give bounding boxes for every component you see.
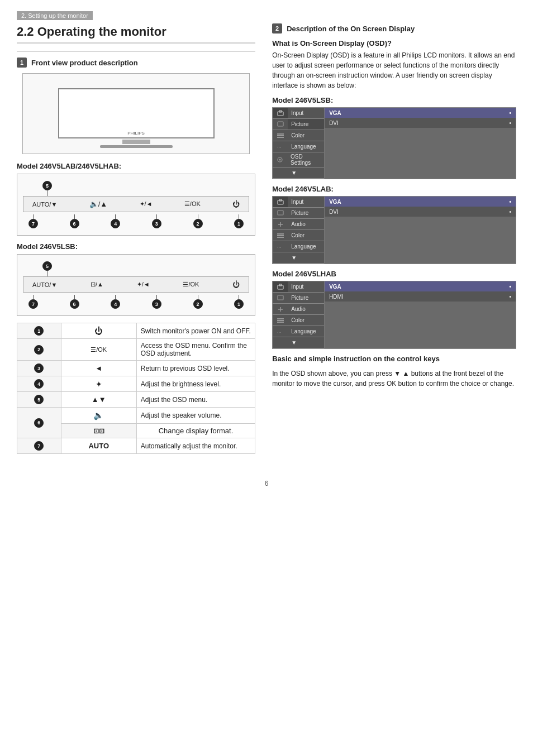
- btn-num-5-lsb: 5: [42, 261, 52, 271]
- osd-title: What is On-Screen Display (OSD)?: [272, 39, 516, 47]
- main-title: 2.2 Operating the monitor: [17, 25, 255, 44]
- btn-num-2-lsb: 2: [193, 299, 203, 309]
- monitor-neck: [122, 140, 150, 144]
- section2-label: Description of the On Screen Display: [287, 25, 415, 33]
- btn-vol: 🔈/▲: [89, 200, 107, 208]
- btn-disp-lsb: ⊡/▲: [91, 281, 103, 288]
- control-row-5: 5 ▲▼ Adjust the OSD menu.: [17, 392, 255, 408]
- basic-instruction-body: In the OSD shown above, you can press ▼ …: [272, 369, 516, 389]
- osd-screen-lab: Input Picture Audio: [272, 196, 516, 264]
- btn-bright-lsb: ✦/◄: [137, 281, 150, 288]
- osd-model-lhab-label: Model 246V5LHAB: [272, 270, 516, 278]
- control-row-3: 3 ◄ Return to previous OSD level.: [17, 361, 255, 376]
- svg-rect-20: [277, 320, 284, 321]
- btn-num-2-lab: 2: [193, 219, 203, 228]
- monitor-screen: PHILIPS: [58, 88, 215, 138]
- model-lsb-label: Model 246V5LSB:: [17, 242, 255, 251]
- btn-num-5-lab: 5: [42, 181, 52, 190]
- btn-num-6-lab: 6: [70, 219, 79, 228]
- osd-model-lab-label: Model 246V5LAB:: [272, 185, 516, 193]
- lab-button-diagram: 5 AUTO/▼ 🔈/▲ ✦/◄ ☰/OK: [17, 174, 255, 236]
- control-desc-6a: Adjust the speaker volume.: [136, 408, 255, 424]
- svg-rect-13: [277, 235, 284, 236]
- btn-power: ⏻: [232, 200, 240, 208]
- svg-rect-12: [277, 233, 284, 235]
- control-row-1: 1 ⏻ Switch monitor's power ON and OFF.: [17, 323, 255, 339]
- control-desc-4: Adjust the brightness level.: [136, 376, 255, 392]
- osd-screen-lsb: Input Picture Color: [272, 107, 516, 179]
- control-desc-5: Adjust the OSD menu.: [136, 392, 255, 408]
- svg-rect-5: [277, 137, 284, 138]
- section2-title: 2 Description of the On Screen Display: [272, 23, 516, 34]
- monitor-diagram: PHILIPS: [22, 73, 250, 154]
- back-icon: ◄: [61, 361, 136, 376]
- basic-instruction-title: Basic and simple instruction on the cont…: [272, 355, 516, 363]
- power-icon: ⏻: [94, 326, 103, 336]
- control-desc-2: Access the OSD menu. Confirm the OSD adj…: [136, 339, 255, 361]
- page-number: 6: [0, 474, 533, 493]
- btn-num-4-lsb: 4: [111, 299, 120, 309]
- btn-menu-lsb: ☰/OK: [183, 281, 199, 288]
- section2-badge: 2: [272, 23, 282, 34]
- control-row-7: 7 AUTO Automatically adjust the monitor.: [17, 438, 255, 454]
- model-lab-hab-label: Model 246V5LAB/246V5LHAB:: [17, 162, 255, 170]
- svg-rect-14: [277, 237, 284, 238]
- section1-title: 1 Front view product description: [17, 58, 255, 68]
- banner: 2. Setting up the monitor: [17, 11, 93, 20]
- btn-menu: ☰/OK: [184, 200, 201, 208]
- control-desc-6b: Change display format.: [136, 424, 255, 438]
- svg-rect-3: [277, 133, 284, 135]
- btn-power-lsb: ⏻: [232, 280, 240, 289]
- osd-model-lsb-label: Model 246V5LSB:: [272, 96, 516, 104]
- vga-option-lsb: VGA•: [325, 108, 516, 118]
- control-desc-7: Automatically adjust the monitor.: [136, 438, 255, 454]
- control-row-4: 4 ✦ Adjust the brightness level.: [17, 376, 255, 392]
- svg-text:···: ···: [277, 245, 282, 250]
- btn-num-7-lsb: 7: [28, 299, 38, 309]
- svg-rect-2: [278, 122, 283, 126]
- btn-auto: AUTO/▼: [32, 201, 57, 208]
- monitor-brand-label: PHILIPS: [127, 131, 145, 136]
- svg-rect-19: [277, 318, 284, 319]
- btn-num-3-lab: 3: [152, 219, 161, 228]
- display-format-icon: ⊡⊡: [61, 424, 136, 438]
- volume-icon: 🔈: [61, 408, 136, 424]
- monitor-base: [100, 145, 173, 148]
- svg-rect-4: [277, 135, 284, 136]
- brightness-icon: ✦: [61, 376, 136, 392]
- dvi-option-lsb: DVI•: [325, 118, 516, 128]
- svg-point-8: [279, 159, 281, 161]
- osd-screen-lhab: Input Picture Audio: [272, 281, 516, 349]
- btn-num-4-lab: 4: [111, 219, 120, 228]
- svg-text:···: ···: [277, 145, 282, 150]
- control-table: 1 ⏻ Switch monitor's power ON and OFF. 2…: [17, 323, 255, 454]
- control-desc-1: Switch monitor's power ON and OFF.: [136, 323, 255, 339]
- lsb-button-diagram: 5 AUTO/▼ ⊡/▲ ✦/◄ ☰/OK ⏻ 7: [17, 254, 255, 316]
- btn-auto-lsb: AUTO/▼: [32, 281, 57, 288]
- section1-label: Front view product description: [31, 59, 138, 67]
- svg-rect-18: [278, 295, 283, 300]
- btn-bright: ✦/◄: [140, 200, 153, 208]
- svg-text:···: ···: [277, 329, 282, 335]
- section1-badge: 1: [17, 58, 27, 68]
- menu-ok-icon: ☰/OK: [61, 339, 136, 361]
- btn-num-1-lsb: 1: [234, 299, 244, 309]
- osd-input-row-lsb: Input Picture Color: [273, 108, 516, 179]
- btn-num-3-lsb: 3: [152, 299, 161, 309]
- btn-num-6-lsb: 6: [70, 299, 79, 309]
- osd-body: On-Screen Display (OSD) is a feature in …: [272, 50, 516, 90]
- control-row-2: 2 ☰/OK Access the OSD menu. Confirm the …: [17, 339, 255, 361]
- updown-icon: ▲▼: [61, 392, 136, 408]
- control-desc-3: Return to previous OSD level.: [136, 361, 255, 376]
- svg-rect-11: [278, 210, 283, 215]
- auto-icon: AUTO: [61, 438, 136, 454]
- control-row-6a: 6 🔈 Adjust the speaker volume.: [17, 408, 255, 424]
- top-spacer: [272, 11, 516, 23]
- btn-num-1-lab: 1: [234, 219, 244, 228]
- btn-num-7-lab: 7: [28, 219, 38, 228]
- svg-rect-21: [277, 322, 284, 323]
